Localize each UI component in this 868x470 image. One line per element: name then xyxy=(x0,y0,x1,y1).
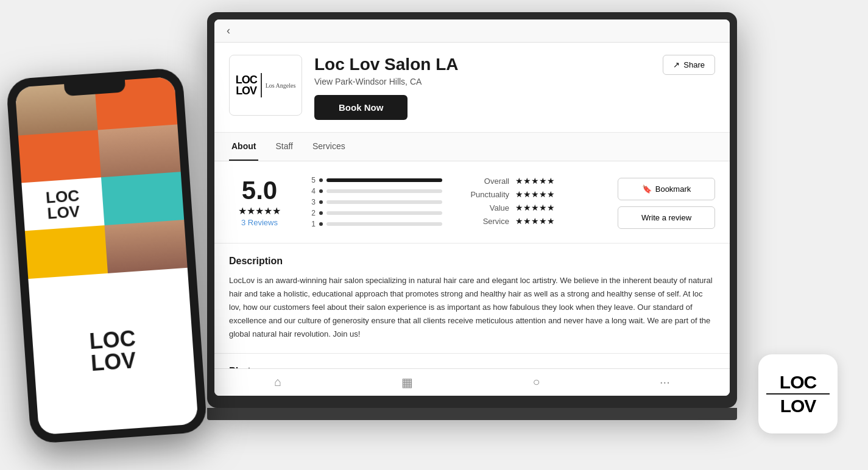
laptop-screen: ‹ LOC LOV xyxy=(214,19,730,396)
phone-bottom-lov: LOV xyxy=(90,349,138,374)
bar-track-1 xyxy=(326,222,442,226)
phone-cell-person3 xyxy=(105,220,188,273)
bookmark-label: Bookmark xyxy=(655,184,691,194)
bar-track-2 xyxy=(326,211,442,215)
corner-logo-loc: LOC xyxy=(780,372,816,392)
bottom-nav: ⌂ ▦ ○ ··· xyxy=(214,368,730,396)
cat-value-label: Value xyxy=(460,203,509,212)
bar-dot-4 xyxy=(319,189,323,193)
photos-section: Photos xyxy=(214,354,730,368)
logo-loc: LOC xyxy=(236,74,257,85)
share-icon: ↗ xyxy=(673,60,680,69)
laptop-frame: ‹ LOC LOV xyxy=(207,12,737,408)
cat-service-stars: ★★★★★ xyxy=(515,216,555,226)
more-nav-icon[interactable]: ··· xyxy=(660,375,670,390)
tabs-bar: About Staff Services xyxy=(214,133,730,161)
phone-cell-teal xyxy=(101,172,184,225)
cat-punctuality: Punctuality ★★★★★ xyxy=(460,189,599,199)
tablet-content: LOC LOV Los Angeles Loc Lov Salon LA Vie… xyxy=(214,43,730,368)
bar-4: 4 xyxy=(308,187,442,195)
review-actions: 🔖 Bookmark Write a review xyxy=(618,176,715,231)
bar-track-4 xyxy=(326,189,442,193)
back-button[interactable]: ‹ xyxy=(227,24,230,37)
tab-staff[interactable]: Staff xyxy=(273,133,295,161)
home-nav-icon[interactable]: ⌂ xyxy=(274,375,281,390)
corner-logo-lov: LOV xyxy=(780,396,816,416)
phone-bottom-area: LOC LOV xyxy=(28,267,198,435)
bar-dot-2 xyxy=(319,211,323,215)
share-button[interactable]: ↗ Share xyxy=(663,55,715,75)
laptop-base xyxy=(207,408,737,420)
tab-about[interactable]: About xyxy=(229,133,258,161)
bar-dot-1 xyxy=(319,222,323,226)
cat-value-stars: ★★★★★ xyxy=(515,203,555,212)
cat-punctuality-label: Punctuality xyxy=(460,190,509,199)
bar-1: 1 xyxy=(308,220,442,228)
profile-nav-icon[interactable]: ○ xyxy=(532,375,540,390)
corner-logo-divider xyxy=(766,393,830,395)
business-info: Loc Lov Salon LA View Park-Windsor Hills… xyxy=(314,55,651,120)
cat-punctuality-stars: ★★★★★ xyxy=(515,189,555,199)
bar-3: 3 xyxy=(308,198,442,206)
cat-overall: Overall ★★★★★ xyxy=(460,176,599,186)
calendar-nav-icon[interactable]: ▦ xyxy=(401,375,413,390)
rating-categories: Overall ★★★★★ Punctuality ★★★★★ Value ★★… xyxy=(460,176,599,231)
book-now-button[interactable]: Book Now xyxy=(314,95,408,120)
phone-cell-orange2 xyxy=(18,130,101,183)
phone-lov: LOV xyxy=(46,203,81,221)
business-name: Loc Lov Salon LA xyxy=(314,55,651,74)
tab-services[interactable]: Services xyxy=(310,133,348,161)
bar-5: 5 xyxy=(308,176,442,184)
business-header: LOC LOV Los Angeles Loc Lov Salon LA Vie… xyxy=(214,43,730,133)
share-label: Share xyxy=(683,60,705,69)
laptop-device: ‹ LOC LOV xyxy=(207,12,737,438)
cat-value: Value ★★★★★ xyxy=(460,203,599,212)
description-text: LocLov is an award-winning hair salon sp… xyxy=(229,274,715,341)
description-title: Description xyxy=(229,256,715,267)
rating-bars: 5 4 xyxy=(308,176,442,231)
bookmark-icon: 🔖 xyxy=(642,184,652,194)
business-location: View Park-Windsor Hills, CA xyxy=(314,77,651,86)
phone-frame: LOC LOV LOC LOV xyxy=(5,68,207,444)
topbar: ‹ xyxy=(214,19,730,43)
phone-device: LOC LOV LOC LOV xyxy=(18,73,195,451)
cat-service-label: Service xyxy=(460,217,509,226)
phone-cell-person2 xyxy=(98,124,181,178)
reviews-section: 5.0 ★★★★★ 3 Reviews 5 xyxy=(214,161,730,244)
cat-overall-label: Overall xyxy=(460,177,509,186)
write-review-button[interactable]: Write a review xyxy=(618,206,715,229)
description-section: Description LocLov is an award-winning h… xyxy=(214,244,730,354)
logo-city: Los Angeles xyxy=(266,82,296,89)
rating-stars: ★★★★★ xyxy=(229,205,290,217)
business-logo: LOC LOV Los Angeles xyxy=(229,55,302,116)
rating-score: 5.0 xyxy=(229,176,290,205)
rating-big: 5.0 ★★★★★ 3 Reviews xyxy=(229,176,290,231)
bar-2: 2 xyxy=(308,209,442,217)
phone-grid: LOC LOV xyxy=(15,77,187,279)
bar-track-5 xyxy=(326,178,442,182)
phone-cell-white: LOC LOV xyxy=(21,178,104,231)
cat-service: Service ★★★★★ xyxy=(460,216,599,226)
bar-dot-5 xyxy=(319,178,323,182)
corner-logo: LOC LOV xyxy=(758,354,838,433)
bookmark-button[interactable]: 🔖 Bookmark xyxy=(618,178,715,200)
logo-lov: LOV xyxy=(236,85,257,96)
write-review-label: Write a review xyxy=(641,213,691,222)
bar-track-3 xyxy=(326,200,442,204)
phone-cell-yellow xyxy=(25,225,108,279)
cat-overall-stars: ★★★★★ xyxy=(515,176,555,186)
bar-fill-5 xyxy=(326,178,442,182)
phone-screen: LOC LOV LOC LOV xyxy=(15,77,198,435)
bar-dot-3 xyxy=(319,200,323,204)
reviews-link[interactable]: 3 Reviews xyxy=(241,218,278,227)
